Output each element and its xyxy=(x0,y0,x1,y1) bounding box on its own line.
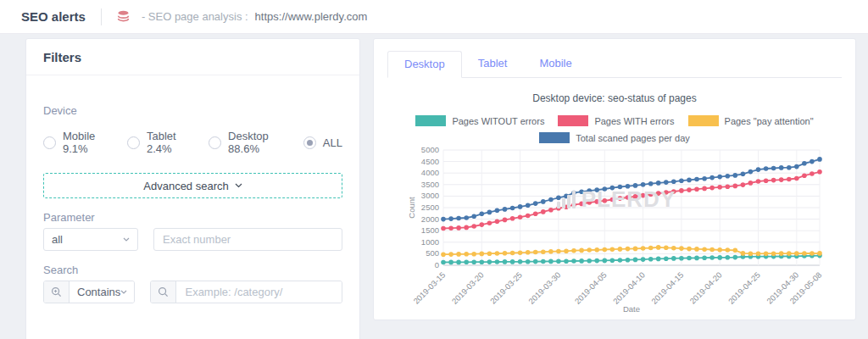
svg-text:3500: 3500 xyxy=(421,180,439,189)
legend-item[interactable]: Total scaned pages per day xyxy=(539,132,690,143)
radio-all-label: ALL xyxy=(323,136,342,149)
radio-all[interactable]: ALL xyxy=(303,136,342,149)
svg-text:2019-04-15: 2019-04-15 xyxy=(649,270,685,306)
parameter-row: all xyxy=(43,228,342,251)
filters-title: Filters xyxy=(26,39,359,75)
filters-panel: Filters Device Mobile 9.1% Tablet 2.4% D… xyxy=(25,38,360,339)
svg-text:2019-03-30: 2019-03-30 xyxy=(526,270,562,306)
chart-panel: Desktop Tablet Mobile Desktop device: se… xyxy=(373,38,856,320)
chart-area: PLERDY 050010001500200025003000350040004… xyxy=(404,147,828,316)
chart-title: Desktop device: seo-status of pages xyxy=(374,92,855,104)
device-label: Device xyxy=(43,104,342,117)
tab-tablet[interactable]: Tablet xyxy=(462,51,524,77)
radio-circle-icon[interactable] xyxy=(303,136,316,149)
search-query-input[interactable] xyxy=(176,281,342,303)
svg-text:Count: Count xyxy=(407,197,416,219)
svg-text:2019-03-15: 2019-03-15 xyxy=(411,270,447,306)
svg-text:2019-04-10: 2019-04-10 xyxy=(611,270,647,306)
svg-text:Date: Date xyxy=(623,304,640,314)
radio-circle-icon[interactable] xyxy=(43,136,56,149)
svg-text:2019-04-05: 2019-04-05 xyxy=(573,270,609,306)
legend-swatch xyxy=(539,132,570,143)
legend-item[interactable]: Pages "pay attention" xyxy=(688,115,814,126)
radio-desktop-label: Desktop 88.6% xyxy=(228,130,281,155)
legend-label: Pages "pay attention" xyxy=(725,116,814,126)
parameter-label: Parameter xyxy=(43,211,342,224)
svg-text:0: 0 xyxy=(435,260,439,270)
legend-swatch xyxy=(558,115,588,126)
header-subtitle: - SEO page analysis : xyxy=(142,10,248,23)
svg-text:2019-03-20: 2019-03-20 xyxy=(450,270,486,306)
tab-desktop-label: Desktop xyxy=(404,58,445,70)
tab-tablet-label: Tablet xyxy=(478,57,508,69)
svg-text:1000: 1000 xyxy=(421,237,439,247)
svg-text:2000: 2000 xyxy=(421,214,439,224)
legend-swatch xyxy=(415,115,446,126)
svg-text:500: 500 xyxy=(426,248,439,258)
search-mode-select[interactable]: Contains xyxy=(70,281,135,303)
svg-text:4500: 4500 xyxy=(421,157,439,166)
page-content: Filters Device Mobile 9.1% Tablet 2.4% D… xyxy=(0,34,868,339)
svg-text:2019-04-25: 2019-04-25 xyxy=(726,270,762,306)
svg-text:4000: 4000 xyxy=(421,168,439,177)
svg-text:2019-04-20: 2019-04-20 xyxy=(687,270,723,306)
analyzed-site-url: https://www.plerdy.com xyxy=(255,10,368,23)
radio-circle-icon[interactable] xyxy=(127,136,140,149)
radio-desktop[interactable]: Desktop 88.6% xyxy=(209,130,281,155)
search-mode-group: Contains xyxy=(43,281,135,303)
advanced-search-toggle[interactable]: Advanced search xyxy=(43,173,342,198)
advanced-search-label: Advanced search xyxy=(143,180,228,192)
zoom-in-icon xyxy=(44,281,70,303)
svg-text:1500: 1500 xyxy=(421,225,439,235)
layers-icon xyxy=(117,10,130,23)
search-label: Search xyxy=(43,264,342,276)
search-icon xyxy=(151,281,176,303)
radio-circle-icon[interactable] xyxy=(209,136,221,149)
search-mode-value: Contains xyxy=(77,286,120,298)
chevron-down-icon xyxy=(123,237,130,242)
device-radio-group: Mobile 9.1% Tablet 2.4% Desktop 88.6% AL… xyxy=(43,130,342,155)
legend-item[interactable]: Pages WITOUT errors xyxy=(415,115,544,126)
legend-item[interactable]: Pages WITH errors xyxy=(558,115,674,126)
tab-mobile[interactable]: Mobile xyxy=(523,51,587,77)
search-input-group xyxy=(150,281,342,303)
parameter-select-value: all xyxy=(52,233,63,246)
chevron-down-icon xyxy=(235,183,242,188)
legend-label: Pages WITOUT errors xyxy=(452,116,544,126)
chevron-down-icon xyxy=(120,290,127,294)
svg-text:3000: 3000 xyxy=(421,191,439,200)
filters-body: Device Mobile 9.1% Tablet 2.4% Desktop 8… xyxy=(26,104,359,339)
parameter-select[interactable]: all xyxy=(43,228,138,251)
radio-mobile-label: Mobile 9.1% xyxy=(63,130,105,155)
top-header-bar: SEO alerts - SEO page analysis : https:/… xyxy=(0,0,868,34)
radio-tablet-label: Tablet 2.4% xyxy=(147,130,186,155)
chart-legend: Pages WITOUT errorsPages WITH errorsPage… xyxy=(403,115,826,143)
radio-mobile[interactable]: Mobile 9.1% xyxy=(43,130,105,155)
svg-text:2019-03-25: 2019-03-25 xyxy=(488,270,524,306)
legend-label: Total scaned pages per day xyxy=(576,133,690,143)
tab-mobile-label: Mobile xyxy=(539,57,571,69)
page-title: SEO alerts xyxy=(21,9,86,24)
exact-number-input[interactable] xyxy=(153,228,342,251)
device-tabs: Desktop Tablet Mobile xyxy=(387,51,842,78)
tab-desktop[interactable]: Desktop xyxy=(387,51,462,78)
legend-swatch xyxy=(688,115,719,126)
seo-status-line-chart[interactable]: 0500100015002000250030003500400045005000… xyxy=(404,147,828,313)
search-row: Contains xyxy=(43,281,342,303)
header-divider xyxy=(101,8,102,25)
svg-text:2500: 2500 xyxy=(421,203,439,212)
legend-label: Pages WITH errors xyxy=(594,116,674,126)
svg-text:5000: 5000 xyxy=(421,145,439,154)
radio-tablet[interactable]: Tablet 2.4% xyxy=(127,130,186,155)
